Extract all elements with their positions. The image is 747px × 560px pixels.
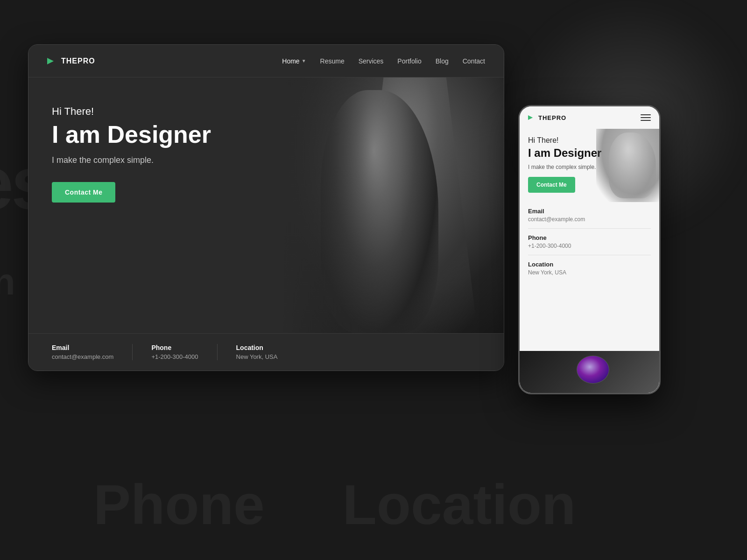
desktop-hero-title: I am Designer: [52, 121, 267, 148]
desktop-hero: Hi There! I am Designer I make the compl…: [28, 77, 504, 333]
nav-link-home[interactable]: Home ▼: [282, 57, 306, 65]
mobile-email-label: Email: [528, 208, 651, 215]
mobile-location-label: Location: [528, 261, 651, 268]
home-dropdown-arrow: ▼: [302, 58, 306, 63]
mobile-phone-value: +1-200-300-4000: [528, 243, 651, 249]
mobile-contact-phone: Phone +1-200-300-4000: [528, 229, 651, 255]
desktop-hero-subtitle: I make the complex simple.: [52, 155, 267, 165]
desktop-hero-greeting: Hi There!: [52, 105, 267, 118]
footer-phone-item: Phone +1-200-300-4000: [132, 344, 217, 360]
desktop-navbar: THEPRO Home ▼ Resume Services Portfolio …: [28, 45, 504, 77]
mobile-phone-label: Phone: [528, 234, 651, 241]
mobile-contact-info: Email contact@example.com Phone +1-200-3…: [520, 202, 659, 351]
logo-icon: [47, 56, 57, 66]
mobile-inner: THEPRO Hi There! I am Designer I make th…: [520, 106, 659, 393]
desktop-hero-content: Hi There! I am Designer I make the compl…: [28, 77, 290, 333]
mobile-logo-icon: [528, 114, 536, 121]
footer-email-value: contact@example.com: [52, 353, 113, 360]
footer-phone-value: +1-200-300-4000: [151, 353, 198, 360]
mobile-navbar: THEPRO: [520, 106, 659, 129]
mobile-contact-email: Email contact@example.com: [528, 202, 651, 229]
hamburger-menu-icon[interactable]: [641, 114, 651, 121]
footer-location-item: Location New York, USA: [217, 344, 296, 360]
mobile-contact-button[interactable]: Contact Me: [528, 177, 575, 193]
footer-phone-label: Phone: [151, 344, 198, 351]
mobile-hero-face: [609, 133, 656, 198]
mobile-bottom-image: [520, 351, 659, 393]
footer-location-value: New York, USA: [236, 353, 278, 360]
hamburger-line-2: [641, 117, 651, 118]
mobile-location-value: New York, USA: [528, 269, 651, 276]
svg-marker-1: [528, 115, 533, 120]
desktop-nav-logo: THEPRO: [47, 56, 95, 66]
footer-email-item: Email contact@example.com: [52, 344, 132, 360]
footer-email-label: Email: [52, 344, 113, 351]
desktop-nav-links: Home ▼ Resume Services Portfolio Blog Co…: [282, 57, 485, 65]
hamburger-line-1: [641, 114, 651, 115]
mobile-bottom-person-face: [577, 356, 609, 384]
mobile-nav-logo: THEPRO: [528, 114, 566, 121]
mobile-hero: Hi There! I am Designer I make the compl…: [520, 129, 659, 202]
nav-link-services[interactable]: Services: [359, 57, 384, 65]
nav-link-blog[interactable]: Blog: [436, 57, 449, 65]
nav-link-contact[interactable]: Contact: [463, 57, 485, 65]
desktop-logo-text: THEPRO: [61, 57, 95, 65]
footer-location-label: Location: [236, 344, 278, 351]
nav-link-portfolio[interactable]: Portfolio: [397, 57, 421, 65]
svg-marker-0: [47, 58, 54, 64]
desktop-footer: Email contact@example.com Phone +1-200-3…: [28, 333, 504, 371]
mobile-hero-person-bg: [596, 129, 659, 202]
mobile-contact-location: Location New York, USA: [528, 255, 651, 281]
desktop-mockup: THEPRO Home ▼ Resume Services Portfolio …: [28, 44, 504, 371]
nav-link-resume[interactable]: Resume: [320, 57, 345, 65]
mobile-logo-text: THEPRO: [538, 114, 566, 121]
mobile-email-value: contact@example.com: [528, 216, 651, 223]
mobile-mockup: THEPRO Hi There! I am Designer I make th…: [518, 105, 661, 394]
bg-blur-text-2: Phone Location: [93, 472, 576, 537]
hamburger-line-3: [641, 120, 651, 121]
desktop-contact-button[interactable]: Contact Me: [52, 182, 115, 203]
